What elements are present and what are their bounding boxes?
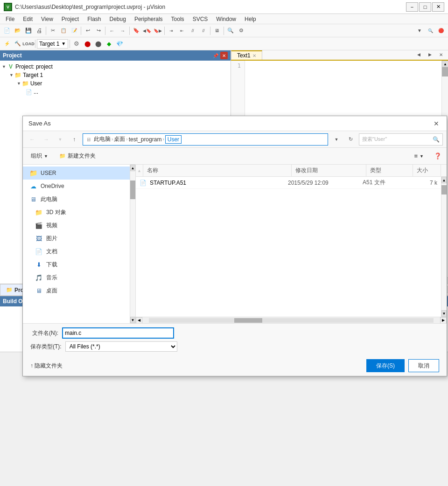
left-scroll-down[interactable]: ▼: [130, 317, 135, 323]
filetype-row: 保存类型(T): All Files (*.*): [30, 341, 439, 352]
left-icon-thispc: 🖥: [28, 194, 38, 204]
left-item-3d[interactable]: 📁 3D 对象: [23, 206, 130, 219]
left-scroll-thumb: [130, 181, 135, 199]
view-icon: ≡: [414, 153, 418, 160]
save-dialog: Save As ✕ ← → ▼ ↑ 🖥 此电脑 › 桌面 › test_prog…: [22, 116, 447, 376]
nav-refresh-btn[interactable]: ↻: [345, 134, 356, 145]
left-item-pictures[interactable]: 🖼 图片: [23, 232, 130, 245]
search-icon: 🔍: [433, 136, 440, 143]
search-placeholder-text: 搜索"User": [362, 136, 387, 143]
left-item-video[interactable]: 🎬 视频: [23, 219, 130, 232]
col-type[interactable]: 类型: [366, 165, 413, 176]
left-scroll-track[interactable]: [130, 171, 135, 317]
breadcrumb-sep3: ›: [162, 137, 164, 142]
file-hscroll-left[interactable]: ◀: [136, 317, 142, 324]
dialog-close-btn[interactable]: ✕: [432, 119, 441, 128]
dialog-overlay: Save As ✕ ← → ▼ ↑ 🖥 此电脑 › 桌面 › test_prog…: [0, 0, 448, 486]
filetype-select[interactable]: All Files (*.*): [65, 341, 177, 352]
help-icon-btn[interactable]: ❓: [433, 151, 443, 161]
left-icon-video: 🎬: [34, 221, 43, 230]
left-label-desktop: 桌面: [46, 287, 57, 295]
view-arrow: ▼: [420, 154, 424, 159]
nav-expand-btn[interactable]: ▼: [331, 134, 342, 145]
save-dialog-label: 保存(S): [376, 362, 395, 369]
left-label-user: USER: [41, 170, 56, 176]
col-date[interactable]: 修改日期: [292, 165, 366, 176]
dialog-toolbar: 组织 ▼ 📁 新建文件夹 ≡ ▼ ❓: [23, 148, 447, 165]
left-icon-3d: 📁: [34, 208, 43, 217]
breadcrumb-sep1: ›: [112, 137, 113, 142]
file-list-header: ▲ 名称 修改日期 类型 大小: [136, 165, 447, 177]
left-label-onedrive: OneDrive: [41, 183, 64, 189]
left-item-documents[interactable]: 📄 文档: [23, 245, 130, 258]
filename-row: 文件名(N):: [30, 327, 439, 339]
filename-label: 文件名(N):: [30, 329, 58, 337]
file-vscroll-up[interactable]: ▲: [441, 177, 447, 183]
left-label-thispc: 此电脑: [41, 195, 57, 203]
file-vscroll-track[interactable]: [441, 183, 447, 310]
breadcrumb-testprogram[interactable]: test_program: [129, 136, 162, 143]
breadcrumb-pc[interactable]: 此电脑: [94, 135, 111, 143]
left-label-video: 视频: [46, 222, 57, 229]
col-size[interactable]: 大小: [413, 165, 441, 176]
cancel-dialog-btn[interactable]: 取消: [408, 359, 439, 372]
breadcrumb-sep2: ›: [126, 137, 127, 142]
file-row-startup[interactable]: 📄 STARTUP.A51 2015/5/29 12:09 A51 文件 7 k: [136, 177, 441, 189]
dialog-action-btns: 保存(S) 取消: [366, 359, 439, 372]
breadcrumb-bar: 🖥 此电脑 › 桌面 › test_program › User: [83, 133, 328, 146]
left-icon-onedrive: ☁: [28, 181, 38, 191]
save-dialog-btn[interactable]: 保存(S): [366, 359, 405, 372]
file-hscroll-right[interactable]: ▶: [440, 317, 447, 324]
nav-dropdown-btn[interactable]: ▼: [55, 134, 66, 145]
organize-btn[interactable]: 组织 ▼: [27, 151, 52, 161]
new-folder-btn[interactable]: 📁 新建文件夹: [55, 151, 100, 161]
file-vscroll[interactable]: ▲ ▼: [441, 177, 447, 317]
file-hscroll-thumb: [234, 318, 262, 323]
view-toggle-btn[interactable]: ≡ ▼: [410, 151, 428, 161]
left-item-user[interactable]: 📁 USER: [23, 167, 130, 180]
filesize-startup: 7 k: [409, 180, 437, 186]
nav-forward-btn[interactable]: →: [41, 134, 52, 145]
left-icon-desktop: 🖥: [34, 286, 43, 295]
new-folder-label: 新建文件夹: [68, 152, 96, 160]
left-item-desktop[interactable]: 🖥 桌面: [23, 284, 130, 297]
hidden-folders-btn[interactable]: ↑ 隐藏文件夹: [30, 362, 63, 370]
nav-back-btn[interactable]: ←: [27, 134, 38, 145]
nav-up-btn[interactable]: ↑: [69, 134, 80, 145]
search-box[interactable]: 搜索"User" 🔍: [359, 133, 443, 146]
left-icon-pictures: 🖼: [34, 234, 43, 243]
col-name[interactable]: 名称: [143, 165, 292, 176]
breadcrumb-current: User: [165, 135, 182, 144]
filetype-startup: A51 文件: [363, 179, 409, 187]
left-scrollbar[interactable]: ▲ ▼: [130, 165, 136, 323]
left-label-pictures: 图片: [46, 235, 57, 243]
file-icon-startup: 📄: [140, 180, 147, 186]
col-spacer: [441, 165, 447, 176]
file-list-wrapper: 📄 STARTUP.A51 2015/5/29 12:09 A51 文件 7 k…: [136, 177, 447, 317]
dialog-title-bar: Save As ✕: [23, 116, 447, 131]
left-item-thispc[interactable]: 🖥 此电脑: [23, 193, 130, 206]
filetype-label: 保存类型(T):: [30, 343, 62, 351]
left-scroll-up[interactable]: ▲: [130, 165, 135, 171]
dialog-bottom: 文件名(N): 保存类型(T): All Files (*.*): [23, 323, 447, 355]
sort-icon-col: ▲: [136, 165, 143, 176]
left-label-documents: 文档: [46, 248, 57, 256]
file-vscroll-down[interactable]: ▼: [441, 310, 447, 317]
dialog-title-text: Save As: [28, 120, 51, 127]
filename-input[interactable]: [62, 327, 174, 339]
left-label-downloads: 下载: [46, 261, 57, 269]
left-label-3d: 3D 对象: [46, 208, 66, 216]
left-item-music[interactable]: 🎵 音乐: [23, 271, 130, 284]
filename-startup: STARTUP.A51: [150, 180, 288, 186]
dialog-buttons-row: ↑ 隐藏文件夹 保存(S) 取消: [23, 355, 447, 376]
filedate-startup: 2015/5/29 12:09: [288, 180, 363, 186]
file-hscroll-track[interactable]: [149, 318, 434, 323]
left-item-onedrive[interactable]: ☁ OneDrive: [23, 180, 130, 193]
left-icon-user: 📁: [28, 168, 38, 178]
file-hscroll[interactable]: ◀ ▶: [136, 317, 447, 323]
left-item-downloads[interactable]: ⬇ 下载: [23, 258, 130, 271]
cancel-dialog-label: 取消: [418, 362, 429, 369]
left-icon-documents: 📄: [34, 247, 43, 256]
breadcrumb-desktop[interactable]: 桌面: [114, 135, 125, 143]
hidden-folders-label: ↑ 隐藏文件夹: [30, 362, 63, 370]
